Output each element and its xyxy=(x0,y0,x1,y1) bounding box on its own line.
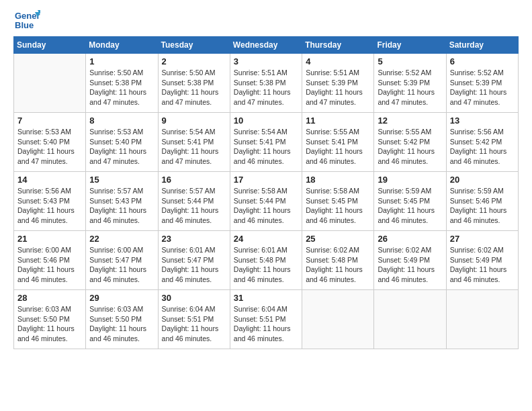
daylight-text: Daylight: 11 hours and 46 minutes. xyxy=(450,147,507,165)
sunrise-text: Sunrise: 5:58 AM xyxy=(234,187,287,195)
calendar-cell: 16 Sunrise: 5:57 AM Sunset: 5:44 PM Dayl… xyxy=(158,172,230,231)
sunset-text: Sunset: 5:43 PM xyxy=(17,197,70,205)
calendar-cell: 3 Sunrise: 5:51 AM Sunset: 5:38 PM Dayli… xyxy=(230,54,302,113)
calendar-cell: 25 Sunrise: 6:02 AM Sunset: 5:48 PM Dayl… xyxy=(302,231,374,290)
calendar-cell xyxy=(14,54,86,113)
sunset-text: Sunset: 5:42 PM xyxy=(378,138,430,146)
day-number: 23 xyxy=(162,234,226,244)
calendar-header-row: SundayMondayTuesdayWednesdayThursdayFrid… xyxy=(14,37,519,54)
sunset-text: Sunset: 5:50 PM xyxy=(89,315,142,323)
daylight-text: Daylight: 11 hours and 46 minutes. xyxy=(89,206,146,224)
sunset-text: Sunset: 5:41 PM xyxy=(162,138,214,146)
calendar-cell: 13 Sunrise: 5:56 AM Sunset: 5:42 PM Dayl… xyxy=(446,113,518,172)
day-number: 11 xyxy=(306,116,370,126)
calendar-cell: 22 Sunrise: 6:00 AM Sunset: 5:47 PM Dayl… xyxy=(86,231,158,290)
day-info: Sunrise: 6:02 AM Sunset: 5:49 PM Dayligh… xyxy=(450,245,515,285)
daylight-text: Daylight: 11 hours and 46 minutes. xyxy=(450,206,507,224)
calendar-cell: 11 Sunrise: 5:55 AM Sunset: 5:41 PM Dayl… xyxy=(302,113,374,172)
day-of-week-header: Saturday xyxy=(446,37,518,54)
day-number: 17 xyxy=(234,175,298,185)
calendar-week-row: 1 Sunrise: 5:50 AM Sunset: 5:38 PM Dayli… xyxy=(14,54,519,113)
daylight-text: Daylight: 11 hours and 46 minutes. xyxy=(450,265,507,283)
page-header: General Blue xyxy=(13,7,519,31)
sunrise-text: Sunrise: 5:54 AM xyxy=(234,128,287,136)
calendar-cell: 15 Sunrise: 5:57 AM Sunset: 5:43 PM Dayl… xyxy=(86,172,158,231)
sunset-text: Sunset: 5:47 PM xyxy=(162,256,214,264)
calendar-cell: 6 Sunrise: 5:52 AM Sunset: 5:39 PM Dayli… xyxy=(446,54,518,113)
daylight-text: Daylight: 11 hours and 46 minutes. xyxy=(17,324,75,342)
day-info: Sunrise: 5:59 AM Sunset: 5:45 PM Dayligh… xyxy=(378,186,442,226)
calendar-cell: 19 Sunrise: 5:59 AM Sunset: 5:45 PM Dayl… xyxy=(374,172,446,231)
daylight-text: Daylight: 11 hours and 46 minutes. xyxy=(89,265,146,283)
daylight-text: Daylight: 11 hours and 46 minutes. xyxy=(378,206,435,224)
sunset-text: Sunset: 5:41 PM xyxy=(234,138,286,146)
day-of-week-header: Friday xyxy=(374,37,446,54)
day-info: Sunrise: 6:04 AM Sunset: 5:51 PM Dayligh… xyxy=(162,304,226,344)
daylight-text: Daylight: 11 hours and 46 minutes. xyxy=(234,265,291,283)
sunset-text: Sunset: 5:38 PM xyxy=(162,79,214,87)
day-info: Sunrise: 6:01 AM Sunset: 5:47 PM Dayligh… xyxy=(162,245,226,285)
day-info: Sunrise: 5:55 AM Sunset: 5:42 PM Dayligh… xyxy=(378,127,442,167)
calendar-cell: 27 Sunrise: 6:02 AM Sunset: 5:49 PM Dayl… xyxy=(446,231,518,290)
day-number: 3 xyxy=(234,56,298,66)
day-of-week-header: Wednesday xyxy=(230,37,302,54)
sunset-text: Sunset: 5:48 PM xyxy=(306,256,358,264)
day-info: Sunrise: 6:01 AM Sunset: 5:48 PM Dayligh… xyxy=(234,245,298,285)
day-number: 9 xyxy=(162,116,226,126)
calendar-cell: 8 Sunrise: 5:53 AM Sunset: 5:40 PM Dayli… xyxy=(86,113,158,172)
day-info: Sunrise: 5:51 AM Sunset: 5:38 PM Dayligh… xyxy=(234,68,298,107)
day-info: Sunrise: 6:04 AM Sunset: 5:51 PM Dayligh… xyxy=(234,304,298,344)
day-info: Sunrise: 5:58 AM Sunset: 5:45 PM Dayligh… xyxy=(306,186,370,226)
daylight-text: Daylight: 11 hours and 46 minutes. xyxy=(306,206,363,224)
sunrise-text: Sunrise: 5:53 AM xyxy=(89,128,143,136)
day-info: Sunrise: 6:00 AM Sunset: 5:46 PM Dayligh… xyxy=(17,245,82,285)
day-number: 28 xyxy=(17,293,82,303)
daylight-text: Daylight: 11 hours and 47 minutes. xyxy=(89,147,146,165)
day-of-week-header: Tuesday xyxy=(158,37,230,54)
calendar-cell: 5 Sunrise: 5:52 AM Sunset: 5:39 PM Dayli… xyxy=(374,54,446,113)
sunrise-text: Sunrise: 5:53 AM xyxy=(17,128,71,136)
day-number: 14 xyxy=(17,175,82,185)
day-number: 1 xyxy=(89,56,154,66)
sunset-text: Sunset: 5:46 PM xyxy=(450,197,502,205)
daylight-text: Daylight: 11 hours and 47 minutes. xyxy=(450,88,507,106)
sunrise-text: Sunrise: 5:59 AM xyxy=(378,187,431,195)
day-number: 30 xyxy=(162,293,226,303)
daylight-text: Daylight: 11 hours and 46 minutes. xyxy=(234,147,291,165)
calendar-cell: 31 Sunrise: 6:04 AM Sunset: 5:51 PM Dayl… xyxy=(230,290,302,349)
day-info: Sunrise: 5:53 AM Sunset: 5:40 PM Dayligh… xyxy=(89,127,154,167)
day-info: Sunrise: 5:52 AM Sunset: 5:39 PM Dayligh… xyxy=(450,68,515,107)
sunrise-text: Sunrise: 6:01 AM xyxy=(234,246,287,254)
daylight-text: Daylight: 11 hours and 46 minutes. xyxy=(17,265,75,283)
day-info: Sunrise: 6:03 AM Sunset: 5:50 PM Dayligh… xyxy=(89,304,154,344)
sunrise-text: Sunrise: 5:54 AM xyxy=(162,128,216,136)
daylight-text: Daylight: 11 hours and 46 minutes. xyxy=(89,324,146,342)
sunrise-text: Sunrise: 5:52 AM xyxy=(378,68,431,77)
sunset-text: Sunset: 5:38 PM xyxy=(89,79,142,87)
day-info: Sunrise: 5:50 AM Sunset: 5:38 PM Dayligh… xyxy=(162,68,226,107)
day-number: 2 xyxy=(162,56,226,66)
daylight-text: Daylight: 11 hours and 47 minutes. xyxy=(378,88,435,106)
sunrise-text: Sunrise: 5:56 AM xyxy=(17,187,71,195)
calendar-cell: 1 Sunrise: 5:50 AM Sunset: 5:38 PM Dayli… xyxy=(86,54,158,113)
daylight-text: Daylight: 11 hours and 46 minutes. xyxy=(162,265,219,283)
day-number: 25 xyxy=(306,234,370,244)
sunrise-text: Sunrise: 6:04 AM xyxy=(234,305,287,313)
sunset-text: Sunset: 5:41 PM xyxy=(306,138,358,146)
day-of-week-header: Thursday xyxy=(302,37,374,54)
calendar-cell: 7 Sunrise: 5:53 AM Sunset: 5:40 PM Dayli… xyxy=(14,113,86,172)
day-info: Sunrise: 6:00 AM Sunset: 5:47 PM Dayligh… xyxy=(89,245,154,285)
day-info: Sunrise: 5:54 AM Sunset: 5:41 PM Dayligh… xyxy=(162,127,226,167)
day-number: 7 xyxy=(17,116,82,126)
calendar-cell: 9 Sunrise: 5:54 AM Sunset: 5:41 PM Dayli… xyxy=(158,113,230,172)
daylight-text: Daylight: 11 hours and 46 minutes. xyxy=(17,206,75,224)
day-number: 16 xyxy=(162,175,226,185)
day-number: 22 xyxy=(89,234,154,244)
daylight-text: Daylight: 11 hours and 46 minutes. xyxy=(306,265,363,283)
day-number: 20 xyxy=(450,175,515,185)
calendar-cell: 2 Sunrise: 5:50 AM Sunset: 5:38 PM Dayli… xyxy=(158,54,230,113)
day-info: Sunrise: 5:57 AM Sunset: 5:44 PM Dayligh… xyxy=(162,186,226,226)
calendar-cell: 18 Sunrise: 5:58 AM Sunset: 5:45 PM Dayl… xyxy=(302,172,374,231)
calendar-week-row: 7 Sunrise: 5:53 AM Sunset: 5:40 PM Dayli… xyxy=(14,113,519,172)
sunrise-text: Sunrise: 5:50 AM xyxy=(162,68,216,77)
